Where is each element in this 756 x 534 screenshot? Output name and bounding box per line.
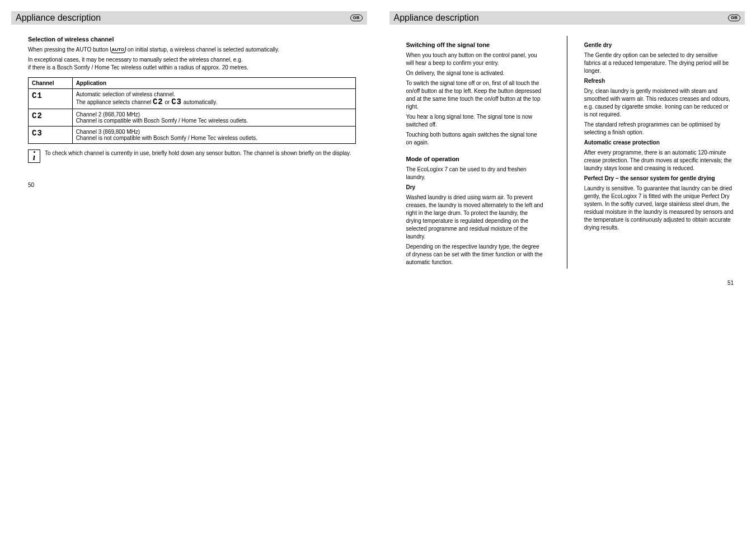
right-page: Appliance description GB Switching off t… — [389, 11, 745, 286]
paragraph: The EcoLogixx 7 can be used to dry and f… — [406, 166, 544, 181]
table-row: C3 Channel 3 (869,800 MHz) Channel is no… — [29, 127, 356, 144]
paragraph: Washed laundry is dried using warm air. … — [406, 194, 544, 241]
table-row: C2 Channel 2 (868,700 MHz) Channel is co… — [29, 109, 356, 127]
section-subtitle: Mode of operation — [406, 156, 556, 162]
info-note: ı To check which channel is currently in… — [28, 149, 356, 163]
channel-code: C3 — [32, 129, 48, 138]
paragraph: When pressing the AUTO button AUTO on in… — [28, 46, 356, 54]
inline-heading: Refresh — [584, 77, 734, 85]
column-divider — [567, 36, 567, 269]
page-number: 50 — [28, 182, 367, 188]
inline-heading: Perfect Dry – the sensor system for gent… — [584, 175, 734, 182]
paragraph: You hear a long signal tone. The signal … — [406, 113, 544, 129]
section-subtitle: Switching off the signal tone — [406, 41, 556, 48]
auto-icon: AUTO — [110, 47, 126, 53]
header-bar-right: Appliance description GB — [389, 11, 745, 25]
paragraph: Dry, clean laundry is gently moistened w… — [584, 87, 734, 119]
table-header-channel: Channel — [29, 78, 73, 89]
paragraph: After every programme, there is an autom… — [584, 149, 734, 172]
paragraph: The standard refresh programmes can be o… — [584, 121, 734, 137]
left-page: Appliance description GB Selection of wi… — [11, 11, 367, 286]
paragraph: Depending on the respective laundry type… — [406, 243, 544, 266]
inline-heading: Dry — [406, 184, 544, 191]
channel-code: C2 — [32, 111, 48, 120]
table-row: C1 Automatic selection of wireless chann… — [29, 89, 356, 109]
section-subtitle: Selection of wireless channel — [28, 36, 367, 43]
paragraph: In exceptional cases, it may be necessar… — [28, 56, 356, 72]
table-header-application: Application — [72, 78, 355, 89]
channel-code: C1 — [32, 91, 48, 100]
page-header-title: Appliance description — [394, 13, 479, 23]
gb-badge: GB — [350, 15, 363, 21]
paragraph: Laundry is sensitive. To guarantee that … — [584, 185, 734, 232]
paragraph: When you touch any button on the control… — [406, 51, 544, 67]
info-icon: ı — [28, 149, 40, 163]
paragraph: On delivery, the signal tone is activate… — [406, 69, 544, 77]
inline-heading: Gentle dry — [584, 41, 734, 49]
header-bar-left: Appliance description GB — [11, 11, 367, 25]
inline-heading: Automatic crease protection — [584, 139, 734, 147]
right-column: Gentle dry The Gentle dry option can be … — [579, 36, 745, 269]
channel-table: Channel Application C1 Automatic selecti… — [28, 77, 356, 144]
paragraph: The Gentle dry option can be selected to… — [584, 51, 734, 75]
left-column: Switching off the signal tone When you t… — [389, 36, 556, 269]
page-number: 51 — [389, 280, 734, 286]
info-text: To check which channel is currently in u… — [45, 149, 351, 157]
two-column-layout: Switching off the signal tone When you t… — [389, 36, 745, 269]
page-header-title: Appliance description — [16, 13, 101, 23]
paragraph: Touching both buttons again switches the… — [406, 131, 544, 147]
gb-badge: GB — [728, 15, 740, 21]
paragraph: To switch the signal tone off or on, fir… — [406, 79, 544, 111]
